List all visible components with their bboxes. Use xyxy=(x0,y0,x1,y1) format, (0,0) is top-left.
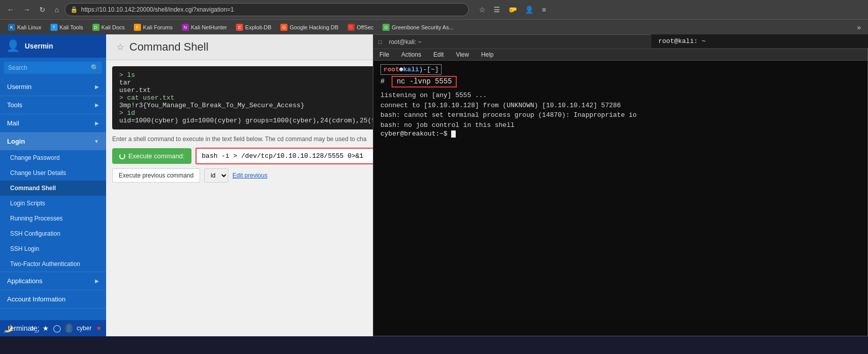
footer-user-icon[interactable]: 👤 xyxy=(65,323,73,333)
terminal-window-icon: □ xyxy=(378,39,382,45)
bookmark-favicon: N xyxy=(182,24,189,31)
sidebar-item-label: Login xyxy=(7,138,25,145)
usermin-icon: 👤 xyxy=(6,39,20,53)
star-icon[interactable]: ☆ xyxy=(116,41,124,53)
sidebar-nav: Usermin ▶ Tools ▶ Mail ▶ Login ▼ xyxy=(0,78,106,320)
firefox-account-btn[interactable]: 👤 xyxy=(522,4,537,16)
sidebar-item-label: Usermin xyxy=(7,83,31,91)
terminal-menu-file[interactable]: File xyxy=(373,49,395,60)
bookmark-exploit[interactable]: E Exploit-DB xyxy=(232,22,275,32)
bookmark-label: Kali Docs xyxy=(102,24,125,30)
sidebar-sub-item-change-password[interactable]: Change Password xyxy=(0,150,106,165)
sidebar-footer: 🌙 _terminate; >_ ★ ◯ 👤 cyber ♥ xyxy=(0,320,106,336)
page-content: ☆ Command Shell > ls tar user.txt > cat … xyxy=(106,34,868,336)
terminal-menu-edit[interactable]: Edit xyxy=(427,49,450,60)
bookmark-label: Kali Tools xyxy=(60,24,83,30)
sidebar-sub-item-command-shell[interactable]: Command Shell xyxy=(0,181,106,196)
bookmark-favicon: T xyxy=(51,24,58,31)
sidebar-item-applications[interactable]: Applications ▶ xyxy=(0,272,106,290)
sidebar-item-tools[interactable]: Tools ▶ xyxy=(0,96,106,114)
bookmarks-bar: K Kali Linux T Kali Tools D Kali Docs F … xyxy=(0,19,868,34)
sidebar-title: Usermin xyxy=(25,42,53,50)
terminal-final-prompt: cyber@breakout:~$ xyxy=(380,130,860,138)
reader-btn[interactable]: ☰ xyxy=(491,4,503,16)
execute-label: Execute command: xyxy=(128,152,184,160)
terminal-body: root☻kali)-[~] # nc -lvnp 5555 listening… xyxy=(373,61,867,336)
execute-previous-button[interactable]: Execute previous command xyxy=(112,168,200,183)
terminal-prompt-area: root☻kali)-[~] xyxy=(380,66,860,73)
footer-star-icon[interactable]: ★ xyxy=(42,323,49,333)
search-input[interactable] xyxy=(4,62,102,74)
bookmark-btn[interactable]: ☆ xyxy=(476,4,489,16)
page-title: Command Shell xyxy=(129,40,209,54)
search-icon-button[interactable]: 🔍 xyxy=(90,64,99,72)
execute-command-button[interactable]: Execute command: xyxy=(112,148,191,164)
terminal-command-box: nc -lvnp 5555 xyxy=(392,76,457,87)
chevron-right-icon: ▶ xyxy=(95,120,99,126)
bookmark-offsec[interactable]: 🔴 OffSec xyxy=(344,22,377,32)
bookmark-label: Greenbone Security As... xyxy=(392,24,453,30)
sidebar-item-account-information[interactable]: Account Information xyxy=(0,290,106,308)
sidebar-section-applications: Applications ▶ xyxy=(0,272,106,290)
sidebar-sub-item-ssh-login[interactable]: SSH Login xyxy=(0,241,106,256)
extensions-btn[interactable]: 🤛 xyxy=(505,4,520,16)
url-text: https://10.10.10.142:20000/shell/index.c… xyxy=(81,6,234,13)
prompt-bracket-close: ] xyxy=(435,66,439,73)
sidebar-sub-item-label: Change User Details xyxy=(10,169,66,176)
sidebar-item-label: Tools xyxy=(7,101,22,109)
bookmark-google-hacking[interactable]: G Google Hacking DB xyxy=(276,22,343,32)
sidebar-sub-item-label: Running Processes xyxy=(10,215,63,222)
terminal-title: root@kali: ~ xyxy=(389,38,422,46)
spinner-icon xyxy=(119,153,125,159)
footer-circle-icon[interactable]: ◯ xyxy=(53,323,61,333)
sidebar-section-usermin: Usermin ▶ xyxy=(0,78,106,96)
sidebar-sub-item-login-scripts[interactable]: Login Scripts xyxy=(0,196,106,211)
edit-previous-button[interactable]: Edit previous xyxy=(232,172,267,179)
sidebar-sub-item-label: Command Shell xyxy=(10,185,56,192)
sidebar-sub-item-ssh-config[interactable]: SSH Configuration xyxy=(0,226,106,241)
footer-terminal-icon[interactable]: _terminate; xyxy=(17,323,27,333)
terminal-menu-view[interactable]: View xyxy=(450,49,475,60)
terminal-menu-help[interactable]: Help xyxy=(475,49,500,60)
sidebar-sub-item-running-processes[interactable]: Running Processes xyxy=(0,211,106,226)
prompt-host: kali xyxy=(403,66,419,73)
footer-heart-icon[interactable]: ♥ xyxy=(95,323,102,333)
home-button[interactable]: ⌂ xyxy=(52,4,62,16)
sidebar-section-login: Login ▼ Change Password Change User Deta… xyxy=(0,132,106,272)
more-bookmarks-btn[interactable]: » xyxy=(854,22,864,33)
terminal-menubar: File Actions Edit View Help xyxy=(373,49,867,61)
sidebar-sub-item-two-factor[interactable]: Two-Factor Authentication xyxy=(0,256,106,272)
chevron-down-icon: ▼ xyxy=(94,139,99,144)
sidebar-sub-item-change-user-details[interactable]: Change User Details xyxy=(0,165,106,181)
cursor-block xyxy=(451,130,456,138)
menu-btn[interactable]: ≡ xyxy=(539,4,549,16)
browser-navbar: ← → ↻ ⌂ 🔒 https://10.10.10.142:20000/she… xyxy=(0,0,868,19)
chevron-right-icon: ▶ xyxy=(95,278,99,284)
reload-button[interactable]: ↻ xyxy=(36,4,49,16)
sidebar-item-login[interactable]: Login ▼ xyxy=(0,132,106,150)
bookmark-greenbone[interactable]: G Greenbone Security As... xyxy=(378,22,457,32)
security-icon: 🔒 xyxy=(70,6,78,13)
sidebar-item-usermin[interactable]: Usermin ▶ xyxy=(0,78,106,96)
top-right-header: root@kali: ~ xyxy=(651,34,868,48)
bookmark-nethunter[interactable]: N Kali NetHunter xyxy=(178,22,231,32)
forward-button[interactable]: → xyxy=(20,4,33,16)
sidebar-sub-item-label: SSH Configuration xyxy=(10,230,60,237)
sidebar-item-mail[interactable]: Mail ▶ xyxy=(0,114,106,132)
terminal-menu-actions[interactable]: Actions xyxy=(395,49,427,60)
back-button[interactable]: ← xyxy=(4,4,17,16)
bookmark-kali-forums[interactable]: F Kali Forums xyxy=(130,22,177,32)
terminal-window: □ root@kali: ~ File Actions Edit View He… xyxy=(373,34,868,336)
chevron-right-icon: ▶ xyxy=(95,102,99,108)
address-bar[interactable]: 🔒 https://10.10.10.142:20000/shell/index… xyxy=(65,3,469,16)
bookmark-favicon: K xyxy=(8,24,15,31)
terminal-output: listening on [any] 5555 ... connect to [… xyxy=(380,91,860,130)
cmd-history-select[interactable]: id xyxy=(204,168,228,183)
bookmark-kali-docs[interactable]: D Kali Docs xyxy=(88,22,129,32)
bookmark-kali-tools[interactable]: T Kali Tools xyxy=(46,22,87,32)
bookmark-kali-linux[interactable]: K Kali Linux xyxy=(4,22,45,32)
bookmark-favicon: E xyxy=(236,24,243,31)
bookmark-label: Exploit-DB xyxy=(245,24,271,30)
bookmark-favicon: D xyxy=(92,24,100,31)
footer-terminal-icon2[interactable]: >_ xyxy=(31,323,38,333)
